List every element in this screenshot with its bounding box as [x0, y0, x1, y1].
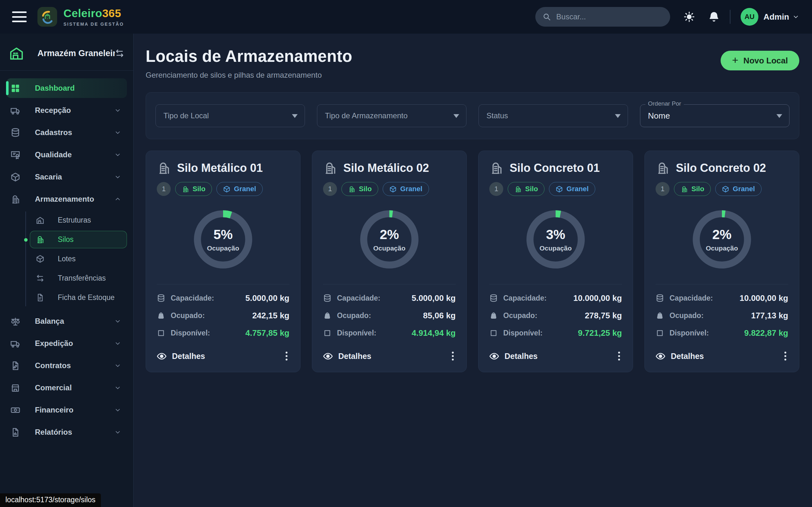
kebab-menu-button[interactable]: [616, 350, 622, 362]
occupancy-percent: 2%: [712, 227, 732, 242]
sidebar-item-transferências[interactable]: Transferências: [30, 270, 127, 287]
database-icon: [157, 294, 165, 302]
sidebar-item-ficha-de-estoque[interactable]: Ficha de Estoque: [30, 289, 127, 306]
card-title: Silo Concreto 02: [676, 161, 766, 175]
page-subtitle: Gerenciamento de silos e pilhas de armaz…: [146, 71, 352, 79]
chevron-down-icon: [114, 362, 121, 369]
occupancy-donut: 2% Ocupação: [692, 209, 752, 270]
card-stats: Capacidade: 5.000,00 kg Ocupado: 85,06 k…: [323, 293, 456, 346]
silo-icon: [157, 161, 171, 175]
sidebar-item-expedição[interactable]: Expedição: [6, 334, 127, 353]
card-divider: [489, 284, 622, 284]
new-local-button[interactable]: + Novo Local: [721, 51, 799, 70]
plus-icon: +: [732, 55, 739, 67]
filter-tipo-de-local[interactable]: Tipo de Local: [155, 104, 305, 127]
truck-icon: [10, 339, 20, 348]
count-badge: 1: [323, 182, 337, 196]
stat-row: Capacidade: 5.000,00 kg: [323, 293, 456, 303]
square-icon: [489, 329, 498, 337]
chevron-down-icon[interactable]: [792, 13, 799, 20]
new-local-label: Novo Local: [744, 56, 788, 66]
silo-icon: [182, 185, 189, 193]
sidebar-item-balança[interactable]: Balança: [6, 312, 127, 331]
sidebar-item-relatórios[interactable]: Relatórios: [6, 422, 127, 442]
chevron-down-icon: [114, 107, 121, 114]
app-logo: [38, 7, 57, 26]
sidebar-item-lotes[interactable]: Lotes: [30, 250, 127, 268]
sidebar-item-financeiro[interactable]: Financeiro: [6, 400, 127, 420]
menu-icon[interactable]: [12, 11, 27, 22]
sidebar: Armazém Graneleir... Dashboard Recepção …: [0, 34, 134, 507]
filter-ordenar-por[interactable]: Ordenar Por Nome: [640, 104, 790, 127]
details-button[interactable]: Detalhes: [323, 351, 371, 361]
cube-icon: [556, 185, 563, 193]
certificate-icon: [10, 150, 20, 160]
eye-icon: [157, 351, 166, 361]
kebab-menu-button[interactable]: [284, 350, 289, 362]
switch-org-icon[interactable]: [115, 49, 124, 58]
square-icon: [157, 329, 165, 337]
silo-icon: [489, 161, 503, 175]
search-input[interactable]: [535, 7, 670, 26]
stat-row: Capacidade: 10.000,00 kg: [489, 293, 622, 303]
occupancy-donut: 2% Ocupação: [359, 209, 419, 270]
count-badge: 1: [656, 182, 669, 196]
notifications-bell-icon[interactable]: [708, 11, 720, 22]
user-name[interactable]: Admin: [763, 12, 789, 22]
card-stats: Capacidade: 5.000,00 kg Ocupado: 242,15 …: [157, 293, 289, 346]
search-icon: [542, 12, 551, 21]
header-divider: [730, 10, 730, 24]
contract-icon: [10, 361, 20, 371]
brand-name: Celeiro: [63, 7, 102, 19]
granel-badge: Granel: [715, 182, 762, 196]
org-selector[interactable]: Armazém Graneleir...: [0, 43, 133, 61]
sidebar-item-estruturas[interactable]: Estruturas: [30, 212, 127, 229]
details-button[interactable]: Detalhes: [489, 351, 538, 361]
card-divider: [323, 284, 456, 284]
status-url: localhost:5173/storage/silos: [0, 493, 101, 507]
brand-suffix: 365: [102, 7, 121, 19]
filter-tipo-de-armazenamento[interactable]: Tipo de Armazenamento: [317, 104, 466, 127]
sidebar-item-dashboard[interactable]: Dashboard: [6, 78, 127, 98]
eye-icon: [656, 351, 665, 361]
grid-icon: [10, 83, 20, 93]
sidebar-item-silos[interactable]: Silos: [30, 231, 127, 248]
sidebar-item-cadastros[interactable]: Cadastros: [6, 123, 127, 143]
sidebar-item-comercial[interactable]: Comercial: [6, 378, 127, 398]
stat-row: Disponível: 9.822,87 kg: [656, 328, 788, 338]
silo-card: Silo Metálico 02 1 Silo Granel 2% Ocupaç…: [312, 151, 467, 372]
eye-icon: [489, 351, 499, 361]
silo-type-badge: Silo: [508, 182, 545, 196]
stat-row: Ocupado: 177,13 kg: [656, 311, 788, 321]
sidebar-item-armazenamento[interactable]: Armazenamento: [6, 189, 127, 209]
square-icon: [656, 329, 664, 337]
package-icon: [10, 172, 20, 182]
sidebar-item-qualidade[interactable]: Qualidade: [6, 145, 127, 165]
filter-status[interactable]: Status: [478, 104, 628, 127]
silo-icon: [36, 235, 44, 244]
avatar[interactable]: AU: [741, 8, 758, 26]
sidebar-item-recepção[interactable]: Recepção: [6, 101, 127, 120]
weight-icon: [656, 312, 664, 320]
ordenar-por-label: Ordenar Por: [646, 100, 684, 107]
filter-placeholder: Status: [487, 111, 508, 120]
details-button[interactable]: Detalhes: [157, 351, 205, 361]
kebab-menu-button[interactable]: [450, 350, 456, 362]
database-icon: [10, 128, 20, 137]
stat-row: Disponível: 9.721,25 kg: [489, 328, 622, 338]
occupancy-percent: 2%: [380, 227, 399, 242]
sidebar-item-sacaria[interactable]: Sacaria: [6, 167, 127, 187]
card-title: Silo Metálico 01: [177, 161, 263, 175]
details-button[interactable]: Detalhes: [656, 351, 704, 361]
occupancy-label: Ocupação: [373, 244, 406, 252]
count-badge: 1: [489, 182, 503, 196]
weight-icon: [489, 312, 498, 320]
main-content: Locais de Armazenamento Gerenciamento de…: [134, 34, 812, 507]
filter-placeholder: Tipo de Local: [163, 111, 209, 120]
stat-row: Ocupado: 242,15 kg: [157, 311, 289, 321]
kebab-menu-button[interactable]: [782, 350, 788, 362]
granel-badge: Granel: [549, 182, 595, 196]
theme-toggle-sun-icon[interactable]: [683, 11, 695, 22]
sidebar-item-contratos[interactable]: Contratos: [6, 356, 127, 376]
card-divider: [157, 284, 289, 284]
